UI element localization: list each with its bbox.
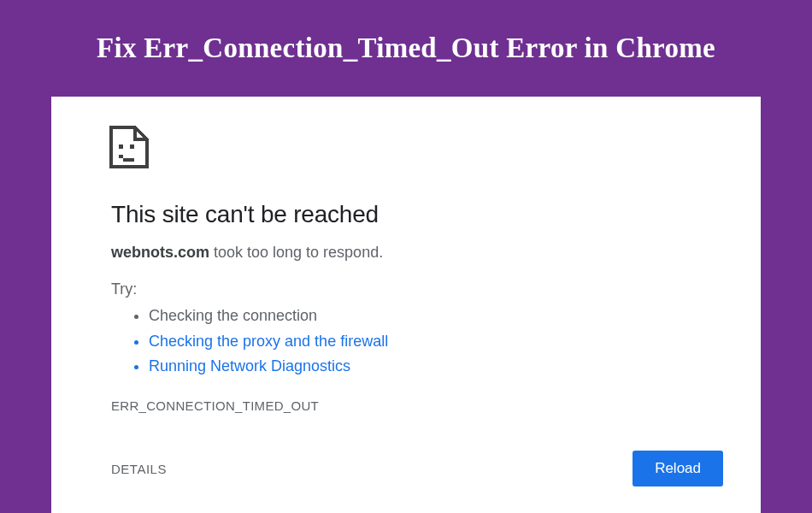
svg-rect-6	[123, 158, 134, 162]
details-button[interactable]: DETAILS	[111, 462, 167, 476]
svg-rect-4	[130, 144, 134, 149]
suggestion-list: Checking the connection Checking the pro…	[149, 304, 723, 380]
suggestion-item: Checking the connection	[149, 304, 723, 329]
suggestion-text: Checking the connection	[149, 307, 317, 324]
suggestion-item: Checking the proxy and the firewall	[149, 329, 723, 355]
chrome-error-panel: This site can't be reached webnots.com t…	[51, 97, 761, 513]
error-message-suffix: took too long to respond.	[209, 244, 383, 261]
sad-page-icon	[109, 126, 149, 168]
reload-button[interactable]: Reload	[633, 451, 723, 486]
svg-rect-3	[119, 144, 123, 149]
page-title: Fix Err_Connection_Timed_Out Error in Ch…	[0, 0, 812, 64]
error-code: ERR_CONNECTION_TIMED_OUT	[111, 398, 723, 413]
bottom-row: DETAILS Reload	[111, 451, 723, 486]
suggestion-link[interactable]: Checking the proxy and the firewall	[149, 333, 388, 350]
suggestion-link[interactable]: Running Network Diagnostics	[149, 357, 350, 374]
error-heading: This site can't be reached	[111, 201, 723, 228]
svg-rect-5	[119, 155, 123, 158]
suggestion-item: Running Network Diagnostics	[149, 354, 723, 380]
error-hostname: webnots.com	[111, 244, 209, 261]
error-subtext: webnots.com took too long to respond.	[111, 244, 723, 262]
try-label: Try:	[111, 280, 723, 298]
